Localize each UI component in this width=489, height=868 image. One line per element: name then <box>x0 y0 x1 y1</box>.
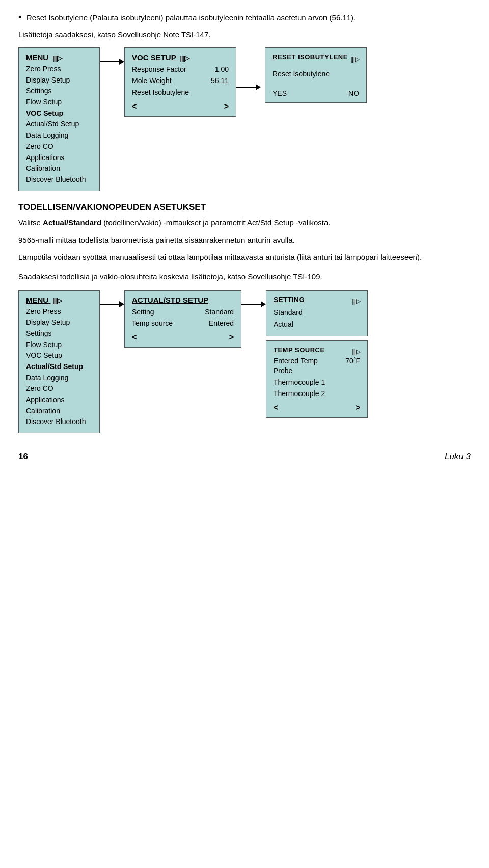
arrow1-svg <box>100 54 124 70</box>
menu1-box: MENU ||||▷ Zero Press Display Setup Sett… <box>18 47 100 191</box>
actual-standard-bold: Actual/Standard <box>43 218 101 227</box>
temp-nav-left: < <box>274 403 278 412</box>
menu2-item-actual-std: Actual/Std Setup <box>26 361 92 373</box>
menu2-item-flow-setup: Flow Setup <box>26 339 92 351</box>
menu1-item-zero-press: Zero Press <box>26 64 92 75</box>
menu1-item-bluetooth: Discover Bluetooth <box>26 174 92 186</box>
page-footer: 16 Luku 3 <box>18 452 471 462</box>
arrow2-svg <box>236 79 261 95</box>
arrow3 <box>100 290 124 312</box>
svg-marker-3 <box>256 84 261 90</box>
menu1-item-data-logging: Data Logging <box>26 130 92 141</box>
actual-row-1: Temp source Entered <box>132 318 234 329</box>
temp-opt2: Thermocouple 1 <box>274 377 360 388</box>
setting-title: SETTING <box>274 296 305 304</box>
actual-row-0: Setting Standard <box>132 306 234 318</box>
menu1-item-voc-setup: VOC Setup <box>26 108 92 119</box>
temp-nav-right: > <box>356 403 360 412</box>
menu2-title: MENU ||||▷ <box>26 296 92 304</box>
section2-para2: 9565-malli mittaa todellista barometrist… <box>18 234 471 246</box>
svg-marker-1 <box>119 59 124 65</box>
voc-row-1: Mole Weight 56.11 <box>132 75 229 86</box>
temp-title-row: TEMP SOURCE ||||▷ <box>274 346 360 357</box>
actual-row0-value: Standard <box>205 306 234 318</box>
bullet1-text: Reset Isobutylene (Palauta isobutyleeni)… <box>26 12 356 24</box>
reset-label: Reset Isobutylene <box>273 70 359 78</box>
actual-row0-label: Setting <box>132 306 154 318</box>
voc-scroll: ||||▷ <box>180 55 189 62</box>
temp-opt0-label: Entered Temp <box>274 357 318 365</box>
section2-heading: TODELLISEN/VAKIONOPEUDEN ASETUKSET <box>18 202 471 213</box>
temp-source-box: TEMP SOURCE ||||▷ Entered Temp 70˚F Prob… <box>266 340 368 418</box>
arrow2 <box>236 47 261 95</box>
voc-and-reset: VOC SETUP ||||▷ Response Factor 1.00 Mol… <box>124 47 367 117</box>
chapter-label: Luku 3 <box>445 452 471 462</box>
section2-para1-rest: (todellinen/vakio) -mittaukset ja parame… <box>101 218 330 227</box>
temp-opt0-value: 70˚F <box>345 357 360 365</box>
menu1-title: MENU ||||▷ <box>26 53 92 62</box>
arrow1 <box>100 47 124 70</box>
actual-nav-right: > <box>229 333 234 342</box>
reset-no: NO <box>348 89 359 97</box>
temp-opt1: Probe <box>274 365 360 376</box>
menu2-scroll: ||||▷ <box>52 297 61 304</box>
actual-nav: < > <box>132 333 234 342</box>
bullet1-dot: • <box>18 12 26 23</box>
voc-row1-value: 56.11 <box>211 75 229 86</box>
arrow4-svg <box>241 296 266 312</box>
voc-nav-left: < <box>132 102 137 111</box>
menu1-item-display-setup: Display Setup <box>26 75 92 86</box>
reset-yes: YES <box>273 89 287 97</box>
reset-iso-box: RESET ISOBUTYLENE ||||▷ Reset Isobutylen… <box>265 47 367 103</box>
voc-nav: < > <box>132 102 229 111</box>
diagram2: MENU ||||▷ Zero Press Display Setup Sett… <box>18 290 471 434</box>
voc-row-0: Response Factor 1.00 <box>132 64 229 75</box>
diagram1: MENU ||||▷ Zero Press Display Setup Sett… <box>18 47 471 191</box>
menu2-item-zero-press: Zero Press <box>26 306 92 318</box>
section2: TODELLISEN/VAKIONOPEUDEN ASETUKSET Valit… <box>18 202 471 264</box>
actual-row1-value: Entered <box>209 318 234 329</box>
arrow3-svg <box>100 296 124 312</box>
temp-row-0: Entered Temp 70˚F <box>274 357 360 365</box>
voc-row0-label: Response Factor <box>132 64 186 75</box>
note-text: Lisätietoja saadaksesi, katso Sovellusoh… <box>18 29 471 41</box>
page-number: 16 <box>18 452 28 462</box>
menu2-item-zero-co: Zero CO <box>26 383 92 394</box>
menu2-item-display-setup: Display Setup <box>26 317 92 328</box>
temp-opt3: Thermocouple 2 <box>274 388 360 399</box>
voc-setup-box: VOC SETUP ||||▷ Response Factor 1.00 Mol… <box>124 47 236 117</box>
actual-std-title: ACTUAL/STD SETUP <box>132 296 234 304</box>
section2-para4: Saadaksesi todellisia ja vakio-olosuhtei… <box>18 271 471 283</box>
menu2-item-settings: Settings <box>26 328 92 339</box>
voc-row2-label: Reset Isobutylene <box>132 87 189 98</box>
setting-option-standard: Standard <box>274 307 360 319</box>
actual-std-box: ACTUAL/STD SETUP Setting Standard Temp s… <box>124 290 241 348</box>
diag2-col3: SETTING ||||▷ Standard Actual TEMP SOURC… <box>266 290 368 418</box>
menu1-item-actual-std: Actual/Std Setup <box>26 119 92 130</box>
temp-scroll: ||||▷ <box>352 348 360 355</box>
section1-text: • Reset Isobutylene (Palauta isobutyleen… <box>18 12 471 24</box>
note-label: Lisätietoja saadaksesi, katso Sovellusoh… <box>18 30 210 39</box>
voc-nav-right: > <box>224 102 229 111</box>
bullet1-item: • Reset Isobutylene (Palauta isobutyleen… <box>18 12 471 24</box>
menu1-item-calibration: Calibration <box>26 163 92 174</box>
actual-row1-label: Temp source <box>132 318 173 329</box>
menu1-item-flow-setup: Flow Setup <box>26 97 92 108</box>
voc-setup-title: VOC SETUP ||||▷ <box>132 53 229 62</box>
temp-title: TEMP SOURCE <box>274 346 325 354</box>
section2-para1: Valitse Actual/Standard (todellinen/vaki… <box>18 217 471 229</box>
reset-title: RESET ISOBUTYLENE <box>273 53 348 61</box>
reset-yes-no: YES NO <box>273 89 359 97</box>
setting-box: SETTING ||||▷ Standard Actual <box>266 290 368 337</box>
menu2-item-voc-setup: VOC Setup <box>26 350 92 361</box>
section2-para3: Lämpötila voidaan syöttää manuaalisesti … <box>18 251 471 264</box>
svg-marker-7 <box>261 301 266 307</box>
menu2-box: MENU ||||▷ Zero Press Display Setup Sett… <box>18 290 100 434</box>
menu2-item-bluetooth: Discover Bluetooth <box>26 416 92 428</box>
reset-scroll: ||||▷ <box>351 56 359 63</box>
page-content: • Reset Isobutylene (Palauta isobutyleen… <box>18 12 471 462</box>
arrow4 <box>241 290 266 312</box>
voc-row-2: Reset Isobutylene <box>132 87 229 98</box>
menu1-item-zero-co: Zero CO <box>26 141 92 152</box>
menu2-item-applications: Applications <box>26 394 92 406</box>
